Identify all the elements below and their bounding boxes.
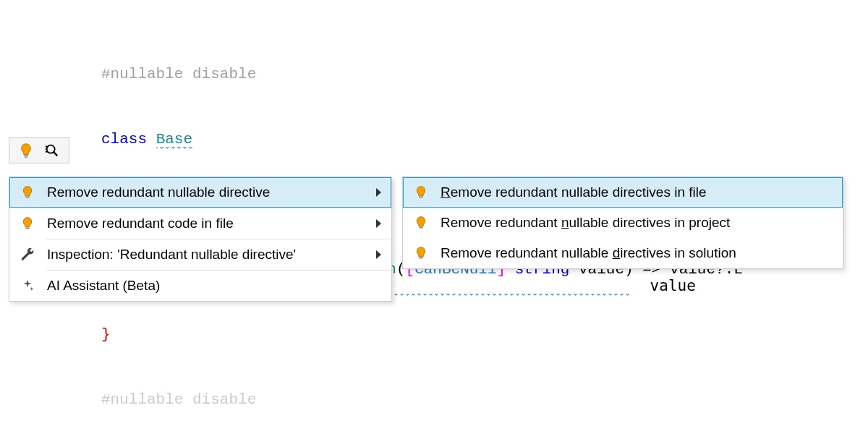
submenu-item-remove-file[interactable]: Remove redundant nullable directives in …: [403, 177, 843, 208]
quickfix-menu[interactable]: Remove redundant nullable directive Remo…: [9, 176, 392, 302]
lightbulb-icon: [20, 216, 35, 231]
menu-item-remove-redundant-nullable[interactable]: Remove redundant nullable directive: [9, 177, 391, 208]
submenu-arrow-icon: [376, 250, 381, 259]
menu-item-ai-assistant[interactable]: AI Assistant (Beta): [9, 271, 391, 301]
class-name-base: Base: [156, 131, 192, 149]
menu-label: Inspection: 'Redundant nullable directiv…: [47, 247, 357, 263]
svg-rect-11: [420, 258, 423, 259]
wrench-icon: [20, 247, 35, 263]
submenu-label: Remove redundant nullable directives in …: [441, 184, 833, 200]
lightbulb-icon: [20, 184, 35, 200]
svg-rect-8: [26, 228, 30, 229]
menu-label: Remove redundant code in file: [47, 216, 357, 231]
directive-nullable-disable: #nullable disable: [101, 66, 256, 82]
svg-rect-9: [420, 197, 423, 198]
svg-rect-1: [25, 157, 27, 158]
sparkle-icon: [20, 278, 35, 294]
submenu-arrow-icon: [376, 219, 381, 228]
lightbulb-icon[interactable]: [18, 142, 34, 158]
svg-rect-7: [26, 197, 30, 198]
svg-line-3: [54, 152, 58, 156]
menu-item-remove-redundant-code[interactable]: Remove redundant code in file: [9, 208, 391, 239]
submenu-label: Remove redundant nullable directives in …: [441, 215, 833, 231]
inspect-icon[interactable]: [44, 142, 60, 158]
action-indicator[interactable]: [9, 137, 69, 163]
svg-rect-10: [420, 227, 423, 229]
lightbulb-icon: [413, 215, 429, 231]
close-brace: }: [101, 326, 111, 343]
lightbulb-icon: [413, 245, 429, 261]
menu-label: Remove redundant nullable directive: [47, 184, 357, 200]
svg-rect-0: [24, 155, 28, 156]
submenu-label: Remove redundant nullable directives in …: [441, 245, 833, 261]
lightbulb-icon: [413, 184, 429, 200]
submenu-item-remove-solution[interactable]: Remove redundant nullable directives in …: [403, 238, 843, 268]
submenu-item-remove-project[interactable]: Remove redundant nullable directives in …: [403, 208, 843, 238]
submenu-arrow-icon: [376, 188, 381, 197]
quickfix-submenu[interactable]: Remove redundant nullable directives in …: [402, 176, 843, 269]
directive-nullable-disable-redundant: #nullable disable: [101, 391, 256, 408]
menu-label: AI Assistant (Beta): [47, 278, 381, 294]
keyword-class: class: [101, 131, 147, 148]
menu-item-inspection[interactable]: Inspection: 'Redundant nullable directiv…: [9, 239, 391, 270]
